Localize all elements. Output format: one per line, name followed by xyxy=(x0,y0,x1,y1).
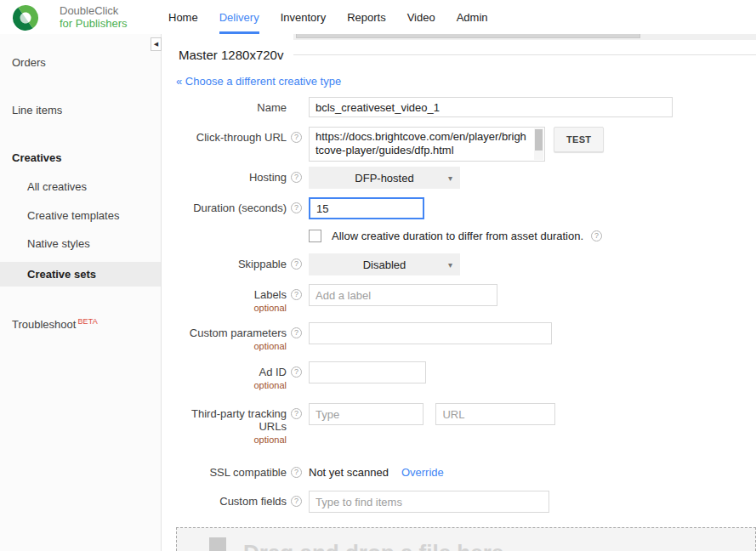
ad-id-row: Ad ID optional ? xyxy=(162,361,756,392)
chevron-down-icon: ▾ xyxy=(448,173,452,183)
help-icon[interactable]: ? xyxy=(291,327,302,338)
custom-fields-input[interactable] xyxy=(309,491,549,513)
sidebar-collapse-button[interactable]: ◀ xyxy=(151,37,162,51)
main-content: Master 1280x720v « Choose a different cr… xyxy=(162,34,756,551)
brand-line2: for Publishers xyxy=(60,17,127,30)
ad-id-optional: optional xyxy=(176,379,287,392)
duration-row: Duration (seconds) ? xyxy=(162,197,756,219)
sidebar-item-all-creatives[interactable]: All creatives xyxy=(0,180,161,193)
tab-inventory[interactable]: Inventory xyxy=(281,0,326,34)
file-dropzone[interactable]: Drag and drop a file here OR UPLOAD A NE… xyxy=(176,527,756,551)
title-divider xyxy=(293,54,756,55)
page: DoubleClick for Publishers Home Delivery… xyxy=(0,0,756,551)
duration-label: Duration (seconds) xyxy=(176,197,287,219)
custom-parameters-row: Custom parameters optional ? xyxy=(162,322,756,353)
ssl-compatible-row: SSL compatible ? Not yet scanned Overrid… xyxy=(162,462,756,479)
duration-checkbox-row: Allow creative duration to differ from a… xyxy=(162,230,756,242)
help-icon[interactable]: ? xyxy=(291,172,302,183)
click-through-url-input[interactable]: https://docs.brightcove.com/en/player/br… xyxy=(309,127,545,162)
labels-label: Labels xyxy=(254,288,287,301)
skippable-value: Disabled xyxy=(363,258,406,271)
help-icon[interactable]: ? xyxy=(291,496,302,507)
dropzone-text: Drag and drop a file here xyxy=(243,540,503,551)
tab-video[interactable]: Video xyxy=(407,0,435,34)
main-nav: Home Delivery Inventory Reports Video Ad… xyxy=(168,0,509,34)
sidebar: Orders Line items Creatives All creative… xyxy=(0,34,162,551)
help-icon[interactable]: ? xyxy=(291,408,302,419)
help-icon[interactable]: ? xyxy=(291,366,302,378)
sidebar-item-orders[interactable]: Orders xyxy=(0,56,161,69)
tab-home[interactable]: Home xyxy=(168,0,198,34)
skippable-dropdown[interactable]: Disabled ▾ xyxy=(309,253,460,276)
chevron-down-icon: ▾ xyxy=(448,260,452,270)
choose-different-creative-type-link[interactable]: « Choose a different creative type xyxy=(176,75,341,88)
click-through-url-value: https://docs.brightcove.com/en/player/br… xyxy=(315,130,526,156)
hosting-row: Hosting ? DFP-hosted ▾ xyxy=(162,167,756,189)
custom-parameters-input[interactable] xyxy=(309,322,552,344)
test-button[interactable]: TEST xyxy=(554,127,604,152)
sidebar-item-native-styles[interactable]: Native styles xyxy=(0,237,161,250)
tab-reports[interactable]: Reports xyxy=(347,0,386,34)
sidebar-item-troubleshoot[interactable]: TroubleshootBETA xyxy=(0,317,161,331)
sidebar-item-creatives[interactable]: Creatives xyxy=(0,151,161,164)
url-scrollbar-thumb[interactable] xyxy=(535,129,543,151)
help-icon[interactable]: ? xyxy=(291,467,302,478)
labels-optional: optional xyxy=(176,302,287,315)
override-link[interactable]: Override xyxy=(401,466,444,479)
third-party-label: Third-party tracking URLs xyxy=(191,407,287,433)
troubleshoot-label: Troubleshoot xyxy=(12,318,76,331)
tracking-type-input[interactable] xyxy=(309,403,423,425)
sidebar-item-creative-sets[interactable]: Creative sets xyxy=(0,262,161,287)
brand-text: DoubleClick for Publishers xyxy=(60,4,127,30)
custom-fields-row: Custom fields ? xyxy=(162,491,756,513)
download-arrow-icon xyxy=(199,537,236,551)
labels-row: Labels optional ? xyxy=(162,284,756,315)
sidebar-item-line-items[interactable]: Line items xyxy=(0,104,161,116)
duration-differ-label: Allow creative duration to differ from a… xyxy=(332,230,583,242)
tracking-url-input[interactable] xyxy=(435,403,555,425)
ad-id-input[interactable] xyxy=(309,361,426,383)
tab-admin[interactable]: Admin xyxy=(457,0,488,34)
name-input[interactable] xyxy=(309,97,673,117)
custom-parameters-optional: optional xyxy=(176,340,287,353)
help-icon[interactable]: ? xyxy=(291,202,302,213)
duration-input[interactable] xyxy=(309,197,424,219)
name-label: Name xyxy=(176,97,287,117)
page-title: Master 1280x720v xyxy=(179,48,283,62)
name-row: Name xyxy=(162,97,756,117)
custom-parameters-label: Custom parameters xyxy=(190,327,287,339)
duration-differ-checkbox[interactable] xyxy=(309,230,321,242)
ssl-status: Not yet scanned xyxy=(309,466,389,479)
third-party-tracking-row: Third-party tracking URLs optional ? xyxy=(162,403,756,446)
hosting-value: DFP-hosted xyxy=(355,172,413,185)
skippable-label: Skippable xyxy=(176,253,287,276)
help-icon[interactable]: ? xyxy=(591,230,602,241)
help-icon[interactable]: ? xyxy=(291,132,302,143)
top-bar: DoubleClick for Publishers Home Delivery… xyxy=(0,0,756,34)
brand-line1: DoubleClick xyxy=(60,4,127,17)
help-icon[interactable]: ? xyxy=(291,258,302,270)
labels-input[interactable] xyxy=(309,284,497,306)
click-through-url-label: Click-through URL xyxy=(176,127,287,162)
ssl-label: SSL compatible xyxy=(176,462,287,479)
hosting-dropdown[interactable]: DFP-hosted ▾ xyxy=(309,167,460,189)
skippable-row: Skippable ? Disabled ▾ xyxy=(162,253,756,276)
click-through-url-row: Click-through URL ? https://docs.brightc… xyxy=(162,127,756,162)
beta-badge: BETA xyxy=(77,317,98,326)
creative-form: Name Click-through URL ? https://docs.br… xyxy=(162,97,756,551)
ad-id-label: Ad ID xyxy=(259,366,287,378)
custom-fields-label: Custom fields xyxy=(176,491,287,513)
help-icon[interactable]: ? xyxy=(291,289,302,300)
tab-delivery[interactable]: Delivery xyxy=(219,0,259,34)
doubleclick-logo-icon xyxy=(11,3,40,32)
collapse-arrow-icon: ◀ xyxy=(154,41,158,48)
third-party-optional: optional xyxy=(176,434,287,446)
hosting-label: Hosting xyxy=(176,167,287,189)
url-scrollbar[interactable] xyxy=(534,128,543,160)
sidebar-item-creative-templates[interactable]: Creative templates xyxy=(0,209,161,222)
